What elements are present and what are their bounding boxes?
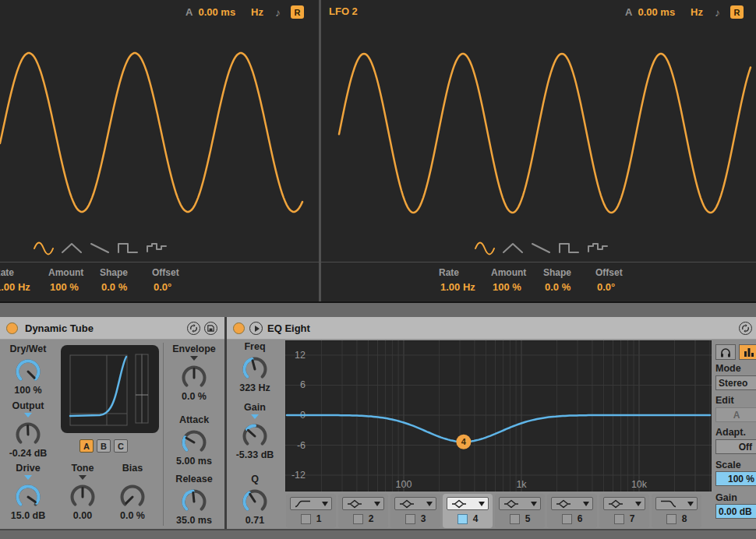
rack-bottom-edge [0, 529, 756, 530]
eq-eight-device: EQ Eight Freq323 Hz Gain-5.33 dB Q0.71 1… [227, 317, 756, 529]
tone-value[interactable]: 0.00 [73, 510, 92, 521]
tone-label: Tone [72, 463, 94, 474]
hz-mode-button[interactable]: Hz [251, 6, 263, 18]
param-value[interactable]: 1.00 Hz [0, 281, 30, 293]
band-6-filter-type-dropdown[interactable] [551, 497, 593, 510]
param-value[interactable]: 0.0 % [543, 281, 571, 293]
random-wave-button[interactable] [587, 241, 609, 255]
drywet-value[interactable]: 100 % [14, 385, 41, 396]
band-8-enable-checkbox[interactable] [666, 514, 677, 524]
param-label: Offset [152, 267, 179, 278]
mode-dropdown[interactable]: Stereo [715, 375, 756, 390]
gain-knob[interactable] [239, 420, 270, 451]
hot-swap-icon[interactable] [739, 322, 752, 335]
eq-curve-display[interactable]: 1260-6-121001k10k4 [285, 340, 712, 491]
audition-button[interactable] [715, 344, 736, 360]
sine-wave-button[interactable] [474, 241, 496, 255]
saw-wave-button[interactable] [89, 241, 111, 255]
sine-wave-button[interactable] [33, 241, 55, 255]
band-8-filter-type-dropdown[interactable] [655, 497, 698, 510]
param-value[interactable]: 0.0° [152, 281, 179, 293]
freq-value[interactable]: 323 Hz [239, 382, 270, 393]
attack-knob[interactable] [178, 426, 210, 457]
output-gain-field[interactable]: 0.00 dB [715, 504, 756, 519]
param-value[interactable]: 100 % [491, 281, 526, 293]
drive-label: Drive [16, 463, 40, 474]
note-sync-icon[interactable]: ♪ [275, 6, 281, 19]
param-value[interactable]: 0.0° [595, 281, 623, 293]
saw-wave-button[interactable] [530, 241, 552, 255]
bias-knob[interactable] [117, 481, 148, 512]
save-preset-icon[interactable] [204, 322, 217, 335]
band-5-filter-type-dropdown[interactable] [499, 497, 541, 510]
chevron-down-icon [322, 502, 328, 506]
output-knob[interactable] [12, 418, 44, 449]
edit-channel-button[interactable]: A [715, 407, 756, 422]
output-value[interactable]: -0.24 dB [9, 448, 48, 459]
band-5-enable-checkbox[interactable] [510, 514, 520, 524]
band-4-filter-type-dropdown[interactable] [447, 497, 489, 510]
tone-knob[interactable] [67, 481, 98, 512]
drive-value[interactable]: 15.0 dB [11, 510, 45, 521]
release-value[interactable]: 35.0 ms [176, 515, 212, 526]
param-label: Amount [491, 267, 526, 278]
band-2-filter-type-dropdown[interactable] [342, 497, 384, 510]
variation-b-button[interactable]: B [97, 439, 111, 453]
band-1-filter-type-dropdown[interactable] [290, 497, 332, 510]
lfo2-header-controls: A 0.00 ms Hz ♪ R [625, 5, 744, 19]
device-on-toggle[interactable] [6, 322, 18, 334]
lfo-param-rate: Rate1.00 Hz [439, 267, 475, 293]
band-3-enable-checkbox[interactable] [405, 514, 415, 524]
attack-time-value[interactable]: 0.00 ms [638, 6, 675, 18]
hot-swap-icon[interactable] [187, 322, 200, 335]
scale-value-field[interactable]: 100 % [715, 471, 756, 486]
mode-label: Mode [715, 363, 741, 374]
chevron-down-icon [374, 502, 380, 506]
param-label: Rate [439, 267, 475, 278]
retrigger-button[interactable]: R [291, 5, 304, 19]
band-4-enable-checkbox[interactable] [457, 514, 468, 524]
freq-knob[interactable] [239, 353, 270, 384]
param-value[interactable]: 100 % [48, 281, 83, 293]
band-7-enable-checkbox[interactable] [614, 514, 624, 524]
expand-button[interactable] [249, 322, 263, 335]
edit-label: Edit [715, 395, 734, 406]
param-value[interactable]: 0.0 % [100, 281, 128, 293]
band-7-filter-type-dropdown[interactable] [603, 497, 645, 510]
release-knob[interactable] [178, 485, 210, 516]
drywet-knob[interactable] [12, 355, 44, 386]
triangle-wave-button[interactable] [61, 241, 83, 255]
param-value[interactable]: 1.00 Hz [439, 281, 475, 293]
envelope-value[interactable]: 0.0 % [182, 391, 207, 402]
spectrum-toggle-button[interactable] [739, 344, 756, 360]
envelope-knob[interactable] [178, 361, 210, 393]
dynamic-tube-titlebar[interactable]: Dynamic Tube [0, 317, 224, 340]
band-enable-row: 6 [562, 513, 583, 524]
attack-value[interactable]: 5.00 ms [176, 456, 212, 467]
hz-mode-button[interactable]: Hz [691, 6, 703, 18]
variation-c-button[interactable]: C [114, 439, 128, 453]
adapt-q-dropdown[interactable]: Off [715, 439, 756, 454]
random-wave-button[interactable] [146, 241, 168, 255]
eq-eight-titlebar[interactable]: EQ Eight [227, 317, 756, 340]
band-3-filter-type-dropdown[interactable] [394, 497, 436, 510]
bias-value[interactable]: 0.0 % [120, 510, 145, 521]
attack-time-value[interactable]: 0.00 ms [198, 6, 235, 18]
divider [163, 343, 164, 526]
bias-knob-group: Bias0.0 % [104, 463, 161, 521]
note-sync-icon[interactable]: ♪ [715, 6, 720, 19]
q-value[interactable]: 0.71 [246, 515, 264, 526]
band-1-enable-checkbox[interactable] [301, 514, 311, 524]
triangle-wave-button[interactable] [502, 241, 524, 255]
q-knob[interactable] [239, 485, 270, 516]
x-axis-tick: 1k [516, 479, 527, 490]
square-wave-button[interactable] [117, 241, 139, 255]
variation-a-button[interactable]: A [79, 439, 94, 453]
band-2-enable-checkbox[interactable] [353, 514, 363, 524]
retrigger-button[interactable]: R [730, 5, 744, 19]
band-6-enable-checkbox[interactable] [562, 514, 572, 524]
square-wave-button[interactable] [558, 241, 580, 255]
device-on-toggle[interactable] [233, 322, 245, 334]
gain-value[interactable]: -5.33 dB [236, 449, 274, 460]
drive-knob[interactable] [12, 481, 44, 512]
